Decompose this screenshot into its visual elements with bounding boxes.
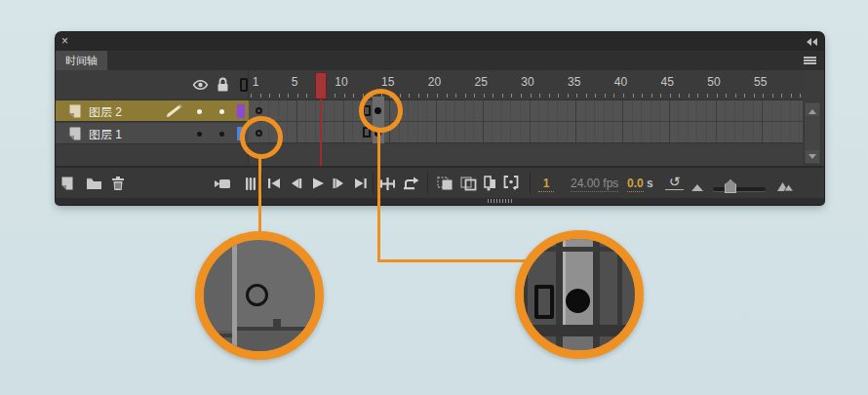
panel-menu-icon[interactable] [804, 57, 816, 65]
layer-visibility-dot[interactable] [197, 132, 202, 137]
frame-rate-value[interactable]: 24.00 fps [571, 177, 618, 192]
onion-skin-outlines-button[interactable] [458, 175, 478, 192]
current-frame-value[interactable]: 1 [538, 177, 554, 192]
ruler-frame-label: 30 [521, 75, 533, 89]
frames-area: 1510152025303540455055 [249, 70, 803, 166]
ruler-tick [623, 94, 624, 98]
playhead-handle[interactable] [315, 72, 327, 99]
toolbar-separator [261, 173, 262, 194]
page-background: × 时间轴 [0, 0, 868, 395]
outline-all-icon[interactable] [240, 78, 248, 92]
ruler-tick [511, 94, 512, 98]
play-button[interactable] [307, 175, 327, 192]
scroll-up-icon[interactable] [806, 103, 819, 116]
lock-unlock-all-icon[interactable] [217, 77, 229, 93]
ruler-tick [689, 94, 690, 98]
ruler-tick [306, 94, 307, 98]
new-layer-button[interactable] [58, 175, 77, 192]
magnified-frame-line [522, 239, 528, 350]
show-parent-view-button[interactable] [241, 175, 260, 192]
step-forward-button[interactable] [329, 175, 348, 192]
scrollbar-grip[interactable] [488, 199, 512, 203]
magnified-span-end-rect [534, 285, 554, 319]
ruler-tick [260, 94, 261, 98]
ruler-tick [707, 94, 708, 98]
modify-markers-button[interactable] [501, 175, 521, 192]
toolbar-separator [373, 173, 374, 194]
grip-dash [496, 199, 497, 203]
close-icon[interactable]: × [61, 34, 68, 48]
ruler-tick [335, 94, 335, 98]
empty-keyframe-layer2-frame1[interactable] [256, 107, 262, 114]
layer-lock-dot[interactable] [219, 109, 224, 114]
ruler-tick [651, 94, 652, 98]
ruler-tick [670, 94, 671, 98]
callout-ring-empty-keyframe [240, 116, 283, 159]
collapse-to-icons-icon[interactable] [807, 38, 817, 46]
loop-button[interactable] [402, 175, 421, 192]
go-to-last-frame-button[interactable] [350, 175, 370, 192]
go-to-first-frame-button[interactable] [264, 175, 284, 192]
vertical-scrollbar[interactable] [804, 101, 821, 165]
zoom-out-icon[interactable] [691, 184, 703, 191]
reset-timeline-zoom-icon[interactable]: ↺ [665, 174, 684, 190]
horizontal-scrollbar[interactable] [56, 198, 824, 205]
scroll-down-icon[interactable] [806, 150, 819, 163]
ruler-tick [781, 94, 782, 98]
magnifier-keyframe [515, 230, 644, 359]
center-frame-button[interactable] [377, 175, 397, 192]
editing-pencil-icon [165, 104, 184, 119]
ruler-tick [595, 94, 596, 98]
edit-multiple-frames-button[interactable] [480, 175, 499, 192]
callout-connector-right-vertical [377, 130, 380, 262]
ruler-tick [735, 94, 736, 98]
layer-visibility-dot[interactable] [197, 109, 202, 114]
magnified-keyframe-dot [566, 289, 590, 313]
layer-outline-color-swatch[interactable] [237, 104, 245, 118]
grip-dash [491, 199, 492, 203]
ruler-tick [353, 94, 354, 98]
layer-name[interactable]: 图层 1 [89, 127, 122, 143]
ruler-frame-label: 50 [707, 75, 720, 89]
zoom-slider-thumb[interactable] [725, 179, 736, 193]
magnified-row-separator [524, 325, 635, 336]
ruler-tick [642, 94, 643, 98]
delete-button[interactable] [108, 175, 128, 192]
magnified-row-separator [232, 327, 315, 331]
elapsed-time-value[interactable]: 0.0 s [627, 177, 653, 190]
magnified-frame-notch [273, 319, 281, 327]
grip-dash [488, 199, 489, 203]
onion-skin-button[interactable] [435, 175, 454, 192]
grip-dash [508, 199, 509, 203]
layer-row-1[interactable]: 图层 1 [56, 123, 249, 144]
ruler-tick [437, 94, 438, 98]
magnified-empty-keyframe-circle [246, 284, 268, 306]
ruler-tick [447, 94, 448, 98]
layer-page-icon [66, 103, 82, 119]
magnified-cell-border [232, 240, 237, 351]
ruler-tick [586, 94, 587, 98]
callout-connector-left [258, 155, 261, 235]
ruler-tick [418, 94, 419, 98]
ruler-tick [288, 94, 289, 98]
ruler-frame-label: 15 [381, 75, 394, 89]
frames-grid[interactable] [249, 100, 803, 143]
timeline-zoom-slider[interactable] [713, 187, 766, 191]
ruler-frame-label: 1 [253, 75, 259, 89]
toolbar-separator [427, 173, 428, 194]
step-back-button[interactable] [286, 175, 305, 192]
tab-timeline[interactable]: 时间轴 [56, 51, 107, 70]
layer-row-2[interactable]: 图层 2 [56, 100, 249, 122]
add-camera-button[interactable] [213, 175, 232, 192]
ruler-tick [660, 94, 661, 98]
show-hide-all-icon[interactable] [192, 79, 209, 91]
layer-lock-dot[interactable] [219, 132, 224, 137]
layer-name[interactable]: 图层 2 [89, 104, 122, 121]
ruler-tick [465, 94, 466, 98]
ruler-tick [791, 94, 792, 98]
zoom-in-icon[interactable] [775, 178, 795, 195]
frame-ruler[interactable]: 1510152025303540455055 [249, 70, 803, 100]
ruler-tick [726, 94, 727, 98]
new-folder-button[interactable] [84, 175, 103, 192]
magnified-row-separator-left [204, 334, 232, 337]
